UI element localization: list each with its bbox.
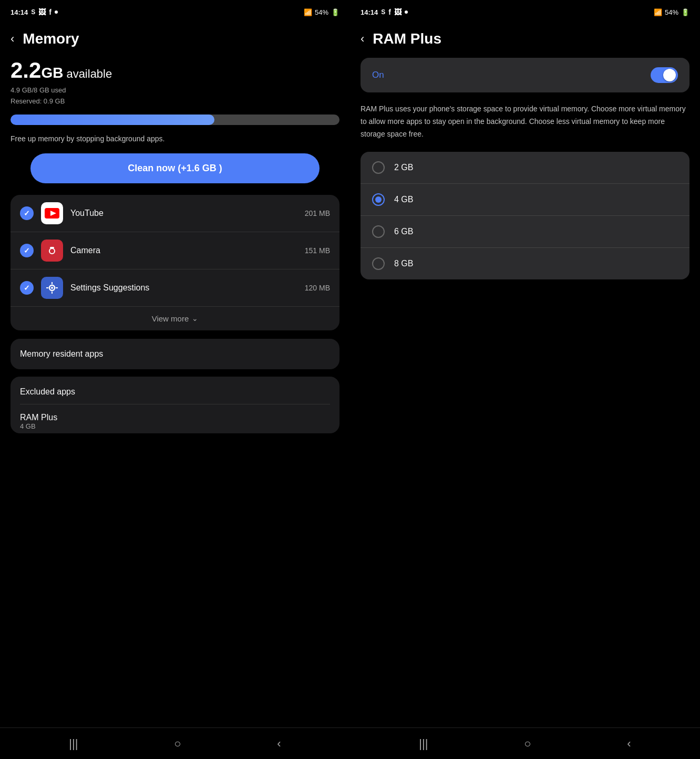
memory-page-header: ‹ Memory — [11, 22, 339, 58]
ram-option-6gb[interactable]: 6 GB — [361, 216, 689, 248]
ram-option-8gb[interactable]: 8 GB — [361, 248, 689, 279]
status-fb-icon-right: f — [388, 8, 391, 16]
status-s-icon: S — [31, 8, 35, 16]
svg-rect-9 — [52, 292, 53, 294]
radio-4gb[interactable] — [372, 193, 385, 206]
ram-option-2gb[interactable]: 2 GB — [361, 152, 689, 184]
nav-bar-right: ||| ○ ‹ — [350, 727, 700, 759]
home-button-right[interactable]: ○ — [524, 737, 531, 751]
status-bar-right: 14:14 S f 🖼 📶 54% 🔋 — [350, 0, 700, 22]
youtube-icon — [41, 202, 63, 224]
back-button-left[interactable]: ‹ — [277, 737, 281, 751]
view-more-button[interactable]: View more ⌄ — [11, 307, 339, 330]
nav-bar-left: ||| ○ ‹ — [0, 727, 350, 759]
svg-rect-10 — [46, 287, 48, 288]
status-left: 14:14 S 🖼 f — [11, 8, 58, 16]
ram-option-4gb[interactable]: 4 GB — [361, 184, 689, 216]
youtube-checkbox[interactable] — [20, 206, 34, 220]
memory-resident-title: Memory resident apps — [20, 349, 103, 358]
svg-point-7 — [51, 287, 53, 289]
ram-plus-toggle-switch[interactable] — [651, 67, 678, 83]
memory-number: 2.2 — [11, 58, 41, 82]
toggle-on-label: On — [372, 70, 384, 80]
ram-plus-page-header: ‹ RAM Plus — [361, 22, 689, 58]
memory-page-title: Memory — [23, 30, 79, 47]
memory-unit: GB — [41, 65, 63, 81]
clean-now-button[interactable]: Clean now (+1.6 GB ) — [30, 153, 320, 183]
status-right-left: 📶 54% 🔋 — [304, 8, 339, 16]
status-time-left: 14:14 — [11, 8, 28, 16]
camera-checkbox[interactable] — [20, 244, 34, 257]
svg-rect-8 — [52, 282, 53, 284]
right-phone-panel: 14:14 S f 🖼 📶 54% 🔋 ‹ RAM Plus On RAM Pl… — [350, 0, 700, 759]
status-s-icon-right: S — [381, 8, 385, 16]
app-list-item-youtube[interactable]: YouTube 201 MB — [11, 195, 339, 232]
status-right-right: 📶 54% 🔋 — [654, 8, 689, 16]
memory-value-display: 2.2GBavailable — [11, 58, 339, 83]
memory-used-text: 4.9 GB/8 GB used Reserved: 0.9 GB — [11, 85, 339, 107]
status-bar-left: 14:14 S 🖼 f 📶 54% 🔋 — [0, 0, 350, 22]
app-list-item-camera[interactable]: Camera 151 MB — [11, 232, 339, 269]
recent-apps-button-right[interactable]: ||| — [419, 737, 428, 751]
ram-option-2gb-label: 2 GB — [394, 163, 413, 172]
toggle-knob — [663, 69, 676, 81]
memory-progress-fill — [11, 115, 214, 125]
settings-suggestions-size: 120 MB — [305, 284, 330, 292]
ram-option-4gb-label: 4 GB — [394, 195, 413, 204]
memory-stats: 2.2GBavailable 4.9 GB/8 GB used Reserved… — [11, 58, 339, 107]
svg-rect-4 — [50, 247, 54, 248]
recent-apps-button-left[interactable]: ||| — [69, 737, 78, 751]
status-dot-icon — [55, 11, 58, 14]
settings-checkbox[interactable] — [20, 281, 34, 295]
radio-6gb[interactable] — [372, 225, 385, 238]
ram-plus-list-sub: 4 GB — [20, 422, 330, 430]
status-gallery-icon: 🖼 — [38, 8, 46, 16]
battery-percent-left: 54% — [315, 8, 328, 16]
youtube-size: 201 MB — [305, 209, 330, 217]
battery-percent-right: 54% — [665, 8, 678, 16]
radio-2gb[interactable] — [372, 161, 385, 174]
radio-8gb[interactable] — [372, 257, 385, 270]
settings-icon — [41, 277, 63, 299]
excluded-apps-title[interactable]: Excluded apps — [20, 387, 330, 404]
right-panel-content: ‹ RAM Plus On RAM Plus uses your phone's… — [350, 22, 700, 727]
camera-icon — [41, 240, 63, 262]
memory-resident-card[interactable]: Memory resident apps — [11, 339, 339, 369]
status-fb-icon: f — [49, 8, 52, 16]
ram-plus-list-title: RAM Plus — [20, 413, 330, 422]
memory-progress-bar — [11, 115, 339, 125]
status-gallery-icon-right: 🖼 — [394, 8, 402, 16]
wifi-icon-left: 📶 — [304, 8, 312, 16]
left-phone-panel: 14:14 S 🖼 f 📶 54% 🔋 ‹ Memory 2.2GBavaila… — [0, 0, 350, 759]
radio-4gb-inner — [375, 196, 382, 203]
memory-available-label: available — [66, 67, 112, 80]
ram-plus-back-button[interactable]: ‹ — [361, 32, 364, 46]
ram-option-6gb-label: 6 GB — [394, 227, 413, 236]
camera-name: Camera — [70, 246, 297, 255]
ram-plus-page-title: RAM Plus — [373, 30, 441, 47]
youtube-name: YouTube — [70, 209, 297, 218]
chevron-down-icon: ⌄ — [192, 314, 198, 323]
settings-suggestions-name: Settings Suggestions — [70, 283, 297, 293]
app-list-item-settings[interactable]: Settings Suggestions 120 MB — [11, 269, 339, 307]
status-dot-icon-right — [405, 11, 408, 14]
ram-plus-row[interactable]: RAM Plus 4 GB — [20, 404, 330, 433]
camera-size: 151 MB — [305, 246, 330, 255]
ram-plus-description: RAM Plus uses your phone's storage space… — [361, 103, 689, 140]
ram-options-card: 2 GB 4 GB 6 GB 8 GB — [361, 152, 689, 279]
ram-option-8gb-label: 8 GB — [394, 259, 413, 268]
free-up-text: Free up memory by stopping background ap… — [11, 134, 339, 143]
ram-plus-toggle-row[interactable]: On — [361, 58, 689, 92]
wifi-icon-right: 📶 — [654, 8, 662, 16]
battery-icon-right: 🔋 — [681, 8, 689, 16]
app-list-card: YouTube 201 MB Camera 151 MB — [11, 195, 339, 330]
home-button-left[interactable]: ○ — [174, 737, 181, 751]
status-time-right: 14:14 — [361, 8, 378, 16]
status-left-right: 14:14 S f 🖼 — [361, 8, 408, 16]
left-panel-content: ‹ Memory 2.2GBavailable 4.9 GB/8 GB used… — [0, 22, 350, 727]
svg-rect-2 — [45, 245, 59, 256]
battery-icon-left: 🔋 — [331, 8, 339, 16]
back-button-right[interactable]: ‹ — [627, 737, 631, 751]
memory-back-button[interactable]: ‹ — [11, 32, 14, 46]
excluded-apps-card: Excluded apps RAM Plus 4 GB — [11, 377, 339, 433]
